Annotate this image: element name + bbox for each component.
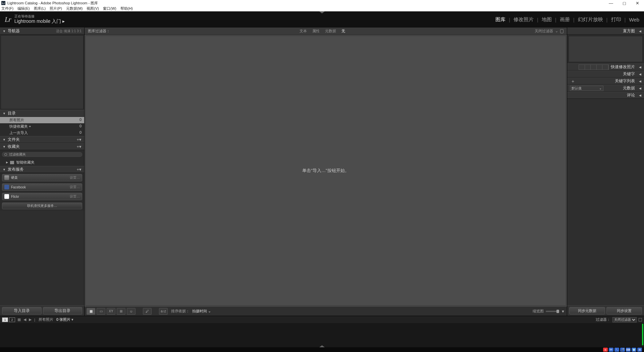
histogram-title: 直方图 [623,28,635,34]
module-web[interactable]: Web [629,17,639,23]
tray-lang-icon[interactable]: 中 [609,348,613,352]
app-root: Lr 正在等待连接 Lightroom mobile 入门 ▸ 图库| 修改照片… [0,11,644,352]
publish-harddrive[interactable]: 硬盘设置… [2,174,82,181]
menu-file[interactable]: 文件(F) [1,6,13,11]
publish-add-button[interactable]: +▾ [76,167,82,172]
smart-collections-item[interactable]: ▶ 智能收藏夹 [0,159,84,166]
quickdev-strip[interactable] [579,64,609,70]
folders-add-button[interactable]: +▾ [76,137,82,142]
close-button[interactable]: ✕ [636,1,639,6]
right-spacer [567,99,644,305]
menu-metadata[interactable]: 元数据(M) [66,6,83,11]
publish-setup-link[interactable]: 设置… [70,185,80,189]
tray-keyboard-icon[interactable]: ⌨ [626,348,631,352]
collapse-bottom-icon[interactable] [319,345,325,347]
module-library[interactable]: 图库 [495,16,505,23]
keywording-header[interactable]: 关键字 ◀ [567,71,644,78]
disclosure-icon: ▶ [6,161,8,164]
smart-collections-label: 智能收藏夹 [16,160,35,165]
source-indicator[interactable]: 所有照片 0 张照片 ▾ [39,317,73,322]
quickdev-header[interactable]: 快速修改照片 ◀ [567,63,644,71]
sync-metadata-button[interactable]: 同步元数据 [569,307,605,314]
publish-facebook[interactable]: Facebook设置… [2,183,82,191]
comments-header[interactable]: 评论 ◀ [567,92,644,99]
minimize-button[interactable]: — [609,1,613,6]
nav-forward-icon[interactable]: ▶ [29,317,32,322]
filmstrip-scrollbar[interactable] [642,324,643,345]
export-button[interactable]: 导出目录 [43,307,83,314]
grid-view[interactable]: 单击"导入…"按钮开始。 [85,36,566,306]
filter-tab-none[interactable]: 无 [341,29,345,34]
menu-help[interactable]: 帮助(H) [120,6,133,11]
menu-edit[interactable]: 编辑(E) [17,6,30,11]
navigator-preview[interactable] [1,35,84,109]
menu-view[interactable]: 视图(V) [87,6,99,11]
identity-plate[interactable]: 正在等待连接 Lightroom mobile 入门 ▸ [14,14,65,25]
tray-ime-icon[interactable]: S [603,348,608,352]
collections-title: 收藏夹 [8,144,20,149]
keywordlist-add-button[interactable]: + [570,79,576,84]
disclosure-icon: ▼ [3,30,6,33]
keywordlist-header[interactable]: + 关键字列表 ◀ [567,78,644,85]
collections-filter-input[interactable]: 过滤收藏夹 [1,151,83,158]
menu-photo[interactable]: 照片(P) [50,6,62,11]
menu-library[interactable]: 图库(L) [34,6,46,11]
module-slideshow[interactable]: 幻灯片放映 [578,16,603,23]
filter-tab-metadata[interactable]: 元数据 [325,29,336,34]
publish-header[interactable]: ▼ 发布服务 +▾ [0,166,84,173]
collections-add-button[interactable]: +▾ [76,144,82,149]
nav-back-icon[interactable]: ◀ [23,317,26,322]
catalog-row-previous-import[interactable]: 上一次导入0 [0,130,84,136]
toolbar-menu-icon[interactable]: ▼ [561,309,565,313]
module-print[interactable]: 打印 [611,16,621,23]
people-view-button[interactable]: ☺ [127,308,136,315]
maximize-button[interactable]: ◻ [623,1,626,6]
catalog-header[interactable]: ▼ 目录 [0,110,84,117]
tray-mic-icon[interactable]: 🎤 [620,348,625,352]
painter-tool-button[interactable]: 🖊 [143,308,152,315]
tray-shirt-icon[interactable]: 👕 [632,348,636,352]
navigator-header[interactable]: ▼ 导航器 适合 填满 1:1 3:1 [0,28,84,35]
publish-setup-link[interactable]: 设置… [70,194,80,199]
histogram-display[interactable] [569,36,643,62]
metadata-preset-dropdown[interactable]: 默认值⌄ [570,86,603,91]
sort-direction-button[interactable]: a↕z [159,308,168,315]
source-path: 所有照片 [39,317,53,321]
filmstrip-grid-icon[interactable]: ▦ [17,317,21,322]
navigator-zoom-levels[interactable]: 适合 填满 1:1 3:1 [56,29,82,34]
import-button[interactable]: 导入目录 [2,307,42,314]
module-book[interactable]: 画册 [560,16,570,23]
compare-view-button[interactable]: XY [107,308,115,315]
secondary-display-button[interactable]: 2 [9,317,15,322]
grid-view-button[interactable]: ▦ [87,308,95,315]
collections-header[interactable]: ▼ 收藏夹 +▾ [0,143,84,150]
thumbnail-size-slider[interactable] [546,311,559,312]
filter-tab-attribute[interactable]: 属性 [312,29,320,34]
filter-preset-dropdown[interactable]: 关闭过滤器 [535,29,553,34]
filmstrip-filter-dropdown[interactable]: 关闭过滤器 [612,317,637,322]
menu-window[interactable]: 窗口(W) [103,6,116,11]
folders-header[interactable]: ▼ 文件夹 +▾ [0,136,84,143]
survey-view-button[interactable]: ⊞ [117,308,125,315]
tray-grid-icon[interactable]: ⊞ [637,348,642,352]
filter-lock-icon[interactable] [560,29,564,33]
tray-punct-icon[interactable]: °, [614,348,619,352]
module-develop[interactable]: 修改照片 [514,16,534,23]
histogram-header[interactable]: 直方图 ◀ [567,28,644,35]
filter-tab-text[interactable]: 文本 [300,29,307,34]
metadata-header[interactable]: 默认值⌄ 元数据 ◀ [567,85,644,92]
filmstrip[interactable] [0,323,644,347]
primary-display-button[interactable]: 1 [2,317,8,322]
module-map[interactable]: 地图 [542,16,552,23]
catalog-row-all-photos[interactable]: 所有照片0 [0,117,84,123]
collapse-top-icon[interactable] [319,11,325,13]
publish-find-more-button[interactable]: 联机查找更多服务… [2,203,82,209]
publish-flickr[interactable]: Flickr设置… [2,193,82,200]
catalog-row-quick-collection[interactable]: 快捷收藏夹 +0 [0,123,84,130]
loupe-view-button[interactable]: ▭ [97,308,105,315]
sync-settings-button[interactable]: 同步设置 [606,307,642,314]
publish-setup-link[interactable]: 设置… [70,175,80,180]
sort-dropdown[interactable]: 拍摄时间 ⌄ [192,309,211,314]
filmstrip-filter-switch[interactable] [639,318,642,321]
disclosure-icon: ◀ [639,73,641,76]
